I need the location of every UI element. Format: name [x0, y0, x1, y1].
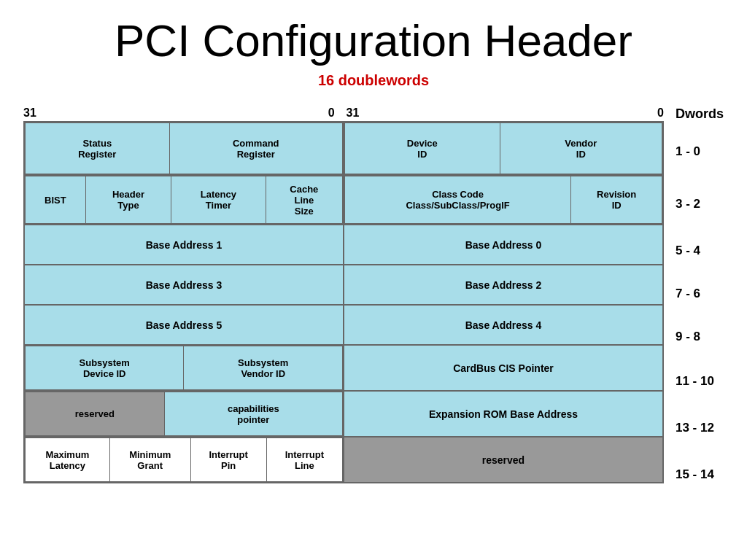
bit-0-right: 0	[359, 106, 664, 120]
bit-0-left: 0	[328, 106, 341, 120]
cell-left-group-0: StatusRegisterCommandRegister	[24, 122, 344, 175]
cell-right-0-1: VendorID	[500, 123, 662, 174]
cell-right-1-0: Class CodeClass/SubClass/ProgIF	[344, 176, 570, 224]
dword-label-3: 7 - 6	[676, 287, 700, 301]
page-title: PCI Configuration Header	[115, 15, 632, 66]
bit-numbers-row: 31 0 31 0	[23, 106, 664, 120]
bit-31-left: 31	[23, 106, 328, 120]
bit-31-right: 31	[341, 106, 360, 120]
cell-left-7-0: MaximumLatency	[26, 438, 110, 482]
cell-left-5-0: SubsystemDevice ID	[26, 346, 184, 390]
cell-left-1-3: CacheLineSize	[266, 176, 342, 224]
cell-left-group-5: SubsystemDevice IDSubsystemVendor ID	[24, 345, 344, 391]
main-container: PCI Configuration Header 16 doublewords …	[23, 15, 724, 498]
cell-left-0-0: StatusRegister	[26, 123, 170, 174]
table-row: Base Address 1Base Address 0	[24, 225, 663, 265]
dwords-col: Dwords1 - 03 - 25 - 47 - 69 - 811 - 1013…	[676, 106, 724, 498]
left-panel: 31 0 31 0 StatusRegisterCommandRegisterD…	[23, 106, 664, 483]
table-row: SubsystemDevice IDSubsystemVendor IDCard…	[24, 345, 663, 391]
table-row: MaximumLatencyMinimumGrantInterruptPinIn…	[24, 437, 663, 483]
dword-label-6: 13 - 12	[676, 421, 714, 435]
cell-right-3: Base Address 2	[344, 265, 663, 305]
cell-right-5: CardBus CIS Pointer	[344, 345, 663, 391]
dword-label-2: 5 - 4	[676, 244, 700, 258]
table-row: BISTHeaderTypeLatencyTimerCacheLineSizeC…	[24, 175, 663, 225]
cell-left-1-1: HeaderType	[85, 176, 171, 224]
cell-left-7-1: MinimumGrant	[109, 438, 190, 482]
cell-left-0-1: CommandRegister	[169, 123, 342, 174]
cell-right-group-0: DeviceIDVendorID	[344, 122, 663, 175]
cell-right-0-0: DeviceID	[344, 123, 500, 174]
cell-right-1-1: RevisionID	[571, 176, 662, 224]
table-row: Base Address 5Base Address 4	[24, 305, 663, 345]
cell-left-group-1: BISTHeaderTypeLatencyTimerCacheLineSize	[24, 175, 344, 225]
dword-label-5: 11 - 10	[676, 374, 714, 389]
table-row: Base Address 3Base Address 2	[24, 265, 663, 305]
pci-table: StatusRegisterCommandRegisterDeviceIDVen…	[23, 121, 664, 483]
cell-right-2: Base Address 0	[344, 225, 663, 265]
cell-right-7: reserved	[344, 437, 663, 483]
cell-left-7-2: InterruptPin	[190, 438, 266, 482]
cell-left-5-1: SubsystemVendor ID	[184, 346, 343, 390]
cell-right-4: Base Address 4	[344, 305, 663, 345]
cell-left-3: Base Address 3	[24, 265, 344, 305]
cell-left-1-2: LatencyTimer	[171, 176, 266, 224]
subtitle: 16 doublewords	[318, 72, 429, 89]
dword-label-7: 15 - 14	[676, 467, 714, 482]
cell-right-6: Expansion ROM Base Address	[344, 391, 663, 437]
cell-left-group-6: reservedcapabilitiespointer	[24, 391, 344, 437]
dwords-header: Dwords	[676, 106, 724, 122]
cell-left-2: Base Address 1	[24, 225, 344, 265]
cell-left-group-7: MaximumLatencyMinimumGrantInterruptPinIn…	[24, 437, 344, 483]
cell-left-1-0: BIST	[26, 176, 86, 224]
diagram-area: 31 0 31 0 StatusRegisterCommandRegisterD…	[23, 106, 724, 498]
dword-label-0: 1 - 0	[676, 144, 700, 159]
cell-right-group-1: Class CodeClass/SubClass/ProgIFRevisionI…	[344, 175, 663, 225]
cell-left-4: Base Address 5	[24, 305, 344, 345]
dword-label-1: 3 - 2	[676, 197, 700, 211]
table-row: reservedcapabilitiespointerExpansion ROM…	[24, 391, 663, 437]
table-row: StatusRegisterCommandRegisterDeviceIDVen…	[24, 122, 663, 175]
cell-left-6-0: reserved	[26, 392, 165, 436]
cell-left-6-1: capabilitiespointer	[164, 392, 342, 436]
dword-label-4: 9 - 8	[676, 330, 700, 344]
cell-left-7-3: InterruptLine	[266, 438, 342, 482]
